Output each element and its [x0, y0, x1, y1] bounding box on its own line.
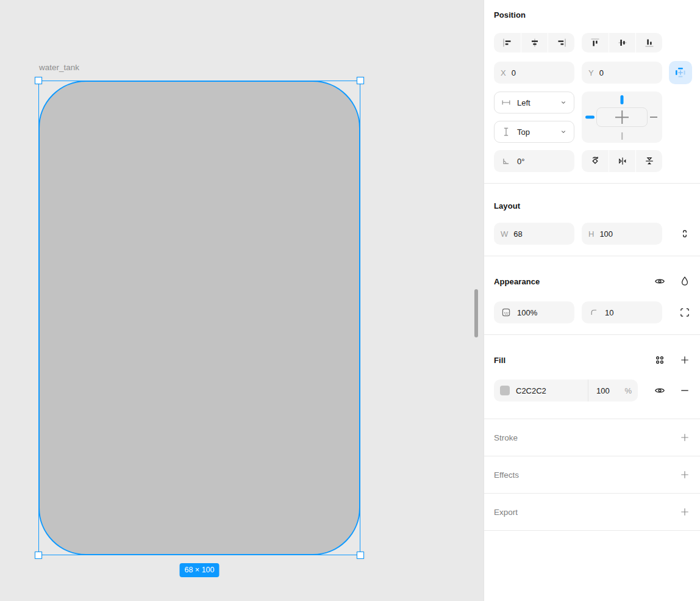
- size-badge: 68 × 100: [179, 563, 219, 577]
- fill-opacity-value[interactable]: 100: [596, 386, 610, 395]
- angle-icon: [501, 156, 512, 167]
- lock-aspect-ratio-button[interactable]: [676, 225, 694, 243]
- styles-dots-icon: [654, 354, 666, 366]
- fill-styles-button[interactable]: [651, 351, 669, 369]
- fill-visibility-button[interactable]: [651, 381, 669, 400]
- x-label: X: [501, 68, 506, 77]
- flip-vertical-button[interactable]: [635, 150, 662, 172]
- corner-brackets-icon: [679, 306, 691, 318]
- align-top-icon: [589, 37, 601, 49]
- layout-title: Layout: [494, 201, 520, 211]
- align-horizontal-center-button[interactable]: [521, 33, 548, 52]
- add-stroke-button[interactable]: [676, 428, 694, 447]
- corner-radius-value: 10: [605, 308, 613, 317]
- fill-opacity-editor[interactable]: 100 %: [588, 380, 638, 401]
- opacity-value: 100%: [517, 308, 537, 317]
- position-section: Position: [484, 0, 700, 184]
- canvas-scrollbar[interactable]: [474, 289, 478, 337]
- align-right-button[interactable]: [548, 33, 574, 52]
- align-top-button[interactable]: [582, 33, 609, 52]
- y-position-field[interactable]: Y 0: [582, 62, 662, 84]
- plus-icon: [679, 431, 691, 444]
- x-value: 0: [512, 68, 516, 77]
- resize-handle-top-left[interactable]: [35, 77, 42, 84]
- height-label: H: [588, 229, 594, 239]
- plus-icon: [679, 506, 691, 518]
- constraints-proxy-icon: [674, 66, 687, 79]
- rotation-field[interactable]: 0°: [494, 150, 574, 172]
- vertical-constraint-icon: [501, 126, 512, 137]
- add-export-button[interactable]: [676, 503, 694, 521]
- constraint-bottom-pin[interactable]: [621, 132, 623, 140]
- flip-horizontal-icon: [616, 155, 629, 167]
- resize-handle-top-right[interactable]: [357, 77, 364, 84]
- x-position-field[interactable]: X 0: [494, 62, 574, 84]
- horizontal-constraint-dropdown[interactable]: Left: [494, 92, 574, 113]
- vertical-align-group: [582, 33, 662, 52]
- align-bottom-button[interactable]: [635, 33, 662, 52]
- vertical-constraint-dropdown[interactable]: Top: [494, 121, 574, 143]
- opacity-icon: [501, 307, 512, 318]
- fill-color-editor[interactable]: C2C2C2: [494, 380, 588, 401]
- fill-percent-sign: %: [624, 386, 632, 395]
- minus-icon: [679, 384, 691, 397]
- y-label: Y: [588, 68, 594, 77]
- rotation-value: 0°: [517, 157, 524, 166]
- flip-horizontal-button[interactable]: [609, 150, 635, 172]
- fill-hex-value[interactable]: C2C2C2: [516, 386, 546, 395]
- effects-section: Effects: [484, 456, 700, 494]
- blend-mode-button[interactable]: [676, 272, 694, 290]
- horizontal-constraint-value: Left: [517, 98, 530, 107]
- constraints-center-plus: [621, 110, 623, 124]
- width-label: W: [501, 229, 508, 239]
- export-section: Export: [484, 494, 700, 531]
- constraints-proxy-button[interactable]: [669, 61, 692, 84]
- constraint-top-pin[interactable]: [621, 95, 624, 104]
- canvas[interactable]: water_tank 68 × 100: [0, 0, 484, 601]
- constraint-left-pin[interactable]: [585, 116, 595, 119]
- height-value: 100: [599, 229, 613, 239]
- plus-icon: [679, 469, 691, 481]
- appearance-visibility-button[interactable]: [651, 272, 669, 290]
- horizontal-constraint-icon: [501, 97, 512, 108]
- align-right-icon: [555, 37, 568, 49]
- layer-name-label[interactable]: water_tank: [39, 63, 79, 72]
- add-effect-button[interactable]: [676, 466, 694, 484]
- independent-corners-button[interactable]: [676, 303, 694, 322]
- selection-bounding-box: [38, 81, 360, 555]
- resize-handle-bottom-right[interactable]: [357, 552, 364, 559]
- rotate-90-button[interactable]: [582, 150, 609, 172]
- vertical-constraint-value: Top: [517, 128, 530, 137]
- droplet-icon: [679, 275, 691, 287]
- align-horizontal-center-icon: [529, 37, 541, 49]
- fill-color-row[interactable]: C2C2C2 100 %: [494, 380, 638, 401]
- effects-title: Effects: [494, 470, 519, 480]
- align-vertical-center-icon: [616, 37, 629, 49]
- eye-icon: [654, 275, 666, 287]
- eye-icon: [654, 384, 666, 397]
- corner-radius-icon: [588, 307, 599, 318]
- width-value: 68: [513, 229, 522, 239]
- remove-fill-button[interactable]: [676, 381, 694, 400]
- fill-title: Fill: [494, 356, 505, 365]
- resize-handle-bottom-left[interactable]: [35, 552, 42, 559]
- unlinked-chain-icon: [679, 228, 691, 240]
- export-title: Export: [494, 508, 518, 517]
- corner-radius-field[interactable]: 10: [582, 301, 662, 323]
- transform-group: [582, 150, 662, 172]
- width-field[interactable]: W 68: [494, 223, 574, 245]
- height-field[interactable]: H 100: [582, 223, 662, 245]
- selected-layer: water_tank 68 × 100: [38, 81, 360, 555]
- align-bottom-icon: [643, 37, 655, 49]
- constraints-widget[interactable]: [582, 92, 662, 143]
- align-left-icon: [501, 37, 513, 49]
- chevron-down-icon: [559, 98, 568, 107]
- opacity-field[interactable]: 100%: [494, 301, 574, 323]
- y-value: 0: [599, 68, 604, 77]
- align-left-button[interactable]: [494, 33, 521, 52]
- fill-color-swatch[interactable]: [500, 386, 510, 395]
- align-vertical-center-button[interactable]: [609, 33, 635, 52]
- constraint-right-pin[interactable]: [650, 117, 657, 118]
- add-fill-button[interactable]: [676, 351, 694, 369]
- appearance-section: Appearance: [484, 256, 700, 335]
